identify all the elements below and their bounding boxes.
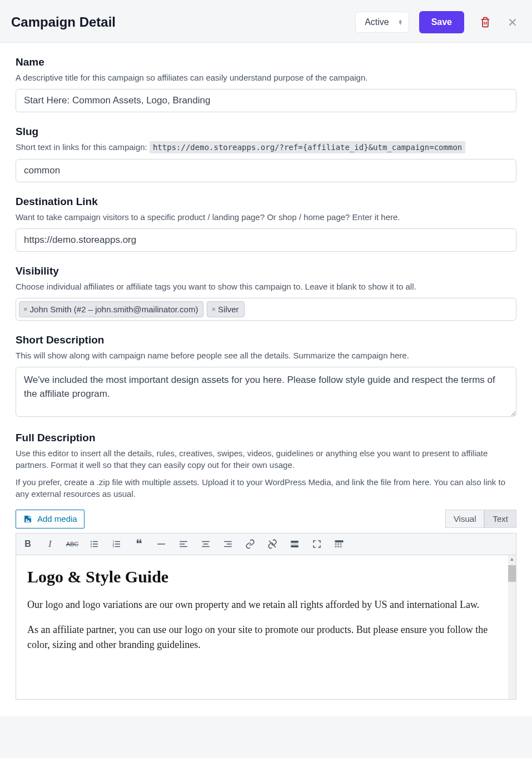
svg-rect-24 <box>291 543 299 545</box>
svg-text:3: 3 <box>113 545 115 548</box>
svg-rect-5 <box>93 543 98 545</box>
visibility-tag: × John Smith (#2 – john.smith@mailinator… <box>19 301 203 317</box>
link-button[interactable] <box>243 537 257 551</box>
fullscreen-button[interactable] <box>310 537 324 551</box>
svg-rect-32 <box>340 546 342 547</box>
dest-desc: Want to take campaign visitors to a spec… <box>16 211 516 223</box>
hr-button[interactable] <box>154 537 168 551</box>
svg-rect-23 <box>291 541 299 543</box>
editor-paragraph: Our logo and logo variations are our own… <box>27 597 505 612</box>
name-input[interactable] <box>16 89 516 112</box>
svg-rect-26 <box>335 540 344 542</box>
svg-rect-30 <box>335 546 337 547</box>
svg-rect-17 <box>202 541 210 542</box>
svg-rect-10 <box>115 541 120 542</box>
trash-icon <box>480 17 491 28</box>
svg-point-3 <box>91 546 92 547</box>
visibility-tag-input[interactable]: × John Smith (#2 – john.smith@mailinator… <box>16 298 516 321</box>
svg-point-2 <box>91 543 92 544</box>
svg-rect-14 <box>180 541 187 542</box>
italic-button[interactable]: I <box>43 537 57 551</box>
svg-rect-16 <box>180 546 187 547</box>
delete-button[interactable] <box>478 14 493 30</box>
svg-rect-20 <box>224 541 232 542</box>
align-right-button[interactable] <box>221 537 235 551</box>
tab-text[interactable]: Text <box>484 510 516 528</box>
editor-paragraph: As an affiliate partner, you can use our… <box>27 622 505 652</box>
full-desc-label: Full Description <box>16 432 516 444</box>
tab-visual[interactable]: Visual <box>445 510 485 528</box>
full-desc-help1: Use this editor to insert all the detail… <box>16 447 516 471</box>
svg-rect-28 <box>337 543 339 545</box>
svg-point-1 <box>91 541 92 542</box>
svg-rect-29 <box>340 543 342 545</box>
chevron-updown-icon: ▲▼ <box>398 19 403 25</box>
rich-text-editor[interactable]: Logo & Style Guide Our logo and logo var… <box>16 555 516 700</box>
tag-remove-icon[interactable]: × <box>23 305 28 313</box>
scroll-up-icon[interactable]: ▲ <box>508 555 516 563</box>
svg-rect-22 <box>224 546 232 547</box>
svg-rect-21 <box>227 543 232 545</box>
save-button[interactable]: Save <box>419 11 464 33</box>
svg-rect-13 <box>157 543 165 545</box>
status-dropdown[interactable]: Active ▲▼ <box>355 12 409 33</box>
svg-rect-6 <box>93 546 98 547</box>
svg-rect-18 <box>203 543 208 545</box>
unlink-button[interactable] <box>265 537 280 551</box>
page-title: Campaign Detail <box>11 14 355 30</box>
svg-rect-15 <box>180 543 185 545</box>
svg-rect-11 <box>115 543 120 545</box>
bullet-list-button[interactable] <box>87 537 102 551</box>
scrollbar-track[interactable]: ▲ <box>508 555 516 699</box>
slug-example-url: https://demo.storeapps.org/?ref={affilia… <box>150 141 465 153</box>
strikethrough-button[interactable]: ABC <box>65 537 79 551</box>
slug-input[interactable] <box>16 159 516 182</box>
status-value: Active <box>365 17 389 27</box>
editor-heading: Logo & Style Guide <box>27 567 505 586</box>
blockquote-button[interactable]: ❝ <box>132 537 146 551</box>
svg-rect-27 <box>335 543 337 545</box>
align-left-button[interactable] <box>176 537 191 551</box>
full-desc-help2: If you prefer, create a .zip file with m… <box>16 476 516 500</box>
dest-input[interactable] <box>16 228 516 252</box>
name-desc: A descriptive title for this campaign so… <box>16 72 516 83</box>
align-center-button[interactable] <box>198 537 213 551</box>
toolbar-toggle-button[interactable] <box>332 537 346 551</box>
add-media-button[interactable]: Add media <box>16 510 84 528</box>
svg-rect-25 <box>291 545 299 547</box>
svg-rect-12 <box>115 546 120 547</box>
svg-rect-31 <box>337 546 339 547</box>
svg-rect-4 <box>93 541 98 542</box>
close-button[interactable] <box>504 14 521 31</box>
dest-label: Destination Link <box>16 196 516 208</box>
scrollbar-thumb[interactable] <box>508 565 516 582</box>
visibility-desc: Choose individual affiliates or affiliat… <box>16 281 516 292</box>
slug-desc: Short text in links for this campaign: h… <box>16 141 516 153</box>
number-list-button[interactable]: 123 <box>110 537 124 551</box>
svg-rect-19 <box>202 546 210 547</box>
visibility-tag: × Silver <box>207 301 244 317</box>
media-icon <box>23 514 33 524</box>
slug-label: Slug <box>16 126 516 138</box>
editor-toolbar: B I ABC 123 ❝ <box>16 533 516 555</box>
name-label: Name <box>16 56 516 68</box>
short-desc-label: Short Description <box>16 334 516 346</box>
close-icon <box>506 16 519 28</box>
tag-remove-icon[interactable]: × <box>211 305 216 313</box>
visibility-label: Visibility <box>16 265 516 277</box>
short-desc-help: This will show along with campaign name … <box>16 350 516 361</box>
short-desc-textarea[interactable]: We've included the most important design… <box>16 367 516 417</box>
bold-button[interactable]: B <box>21 537 35 551</box>
read-more-button[interactable] <box>287 537 302 551</box>
